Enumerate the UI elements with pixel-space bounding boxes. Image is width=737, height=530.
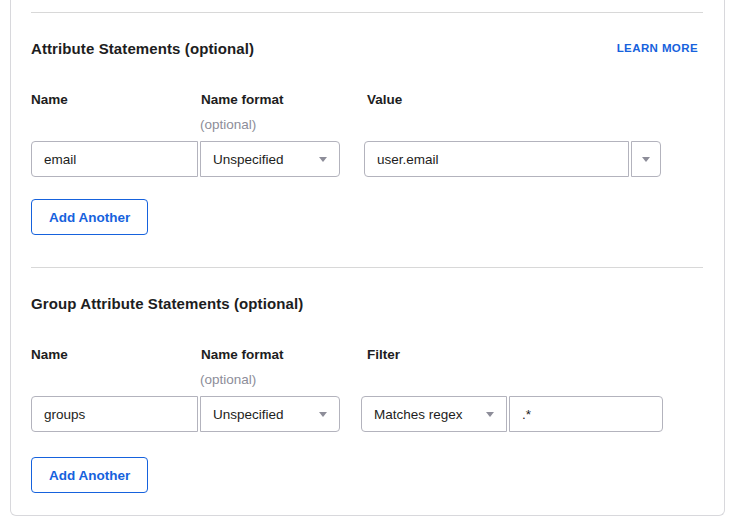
dropdown-caret-icon bbox=[486, 412, 494, 417]
column-header-value: Value bbox=[367, 92, 402, 107]
attribute-name-input[interactable] bbox=[32, 142, 197, 176]
dropdown-caret-icon bbox=[319, 412, 327, 417]
column-header-name: Name bbox=[31, 92, 68, 107]
column-header-name-format: Name format bbox=[201, 347, 284, 362]
group-filter-value-input[interactable] bbox=[510, 397, 662, 431]
attribute-value-dropdown-button[interactable] bbox=[631, 141, 661, 177]
group-filter-value-field bbox=[509, 396, 663, 432]
attribute-value-field bbox=[364, 141, 629, 177]
group-attribute-name-format-value: Unspecified bbox=[213, 407, 284, 422]
dropdown-caret-icon bbox=[642, 157, 650, 162]
group-attribute-statements-title: Group Attribute Statements (optional) bbox=[31, 295, 303, 312]
section-divider-middle bbox=[31, 267, 703, 268]
group-attribute-name-input[interactable] bbox=[32, 397, 197, 431]
attribute-value-input[interactable] bbox=[365, 142, 628, 176]
column-header-name-format-note: (optional) bbox=[200, 117, 256, 132]
group-attribute-name-field bbox=[31, 396, 198, 432]
group-attribute-name-format-select[interactable]: Unspecified bbox=[200, 396, 340, 432]
column-header-filter: Filter bbox=[367, 347, 400, 362]
attribute-name-field bbox=[31, 141, 198, 177]
attribute-name-format-select[interactable]: Unspecified bbox=[200, 141, 340, 177]
section-divider-top bbox=[31, 12, 703, 13]
group-filter-type-value: Matches regex bbox=[374, 407, 463, 422]
attribute-statements-title: Attribute Statements (optional) bbox=[31, 40, 254, 57]
saml-settings-card: Attribute Statements (optional) LEARN MO… bbox=[10, 0, 725, 516]
column-header-name: Name bbox=[31, 347, 68, 362]
column-header-name-format-note: (optional) bbox=[200, 372, 256, 387]
group-filter-type-select[interactable]: Matches regex bbox=[361, 396, 507, 432]
attribute-name-format-value: Unspecified bbox=[213, 152, 284, 167]
add-another-group-attribute-button[interactable]: Add Another bbox=[31, 457, 148, 493]
add-another-attribute-button[interactable]: Add Another bbox=[31, 199, 148, 235]
column-header-name-format: Name format bbox=[201, 92, 284, 107]
learn-more-link[interactable]: LEARN MORE bbox=[617, 42, 698, 54]
dropdown-caret-icon bbox=[319, 157, 327, 162]
